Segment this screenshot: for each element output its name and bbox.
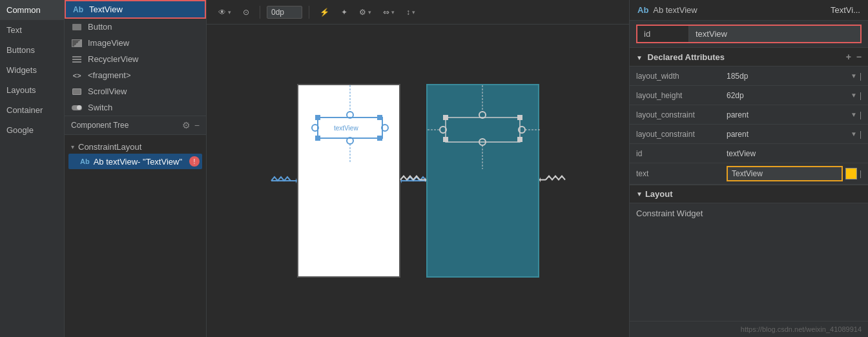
constraint-widget-label: Constraint Widget xyxy=(636,209,703,218)
attr-value-layout-width: 185dp xyxy=(727,72,848,81)
section-header-icons: + − xyxy=(846,52,862,62)
toolbar-separator-2 xyxy=(309,6,309,19)
tree-item-textview[interactable]: Ab Ab textView- "TextView" ! xyxy=(68,154,202,169)
error-badge: ! xyxy=(189,156,200,167)
gear-icon[interactable]: ⚙ xyxy=(182,120,191,130)
attr-name-layout-constraint-1: layout_constraint xyxy=(636,110,727,119)
close-icon[interactable]: − xyxy=(856,52,862,62)
eye-icon: 👁 xyxy=(218,8,226,17)
attr-row-layout-height[interactable]: layout_height 62dp ▼ | xyxy=(630,86,868,105)
chevron-down-icon-4: ▾ xyxy=(412,9,415,15)
imageview-label: ImageView xyxy=(88,38,129,48)
svg-rect-9 xyxy=(377,136,382,141)
svg-rect-23 xyxy=(443,137,448,142)
magnet-button[interactable]: ⊙ xyxy=(239,6,253,19)
minimize-icon[interactable]: − xyxy=(194,120,200,130)
more-icon-3[interactable]: | xyxy=(860,130,862,139)
component-item-fragment[interactable]: <> <fragment> xyxy=(65,67,206,83)
component-item-imageview[interactable]: ImageView xyxy=(65,35,206,51)
tree-arrow-icon: ▾ xyxy=(71,143,74,150)
phone-frame-dark xyxy=(426,84,539,278)
imageview-icon xyxy=(71,39,83,48)
constraint-arrow-left xyxy=(271,174,297,187)
svg-text:textView: textView xyxy=(334,125,358,132)
dropdown-icon-0[interactable]: ▼ xyxy=(851,72,857,79)
tree-item-label: ConstraintLayout xyxy=(78,142,141,152)
dropdown-icon-3[interactable]: ▼ xyxy=(851,130,857,138)
button-icon xyxy=(71,23,83,32)
attr-value-text[interactable]: TextView xyxy=(727,166,843,181)
component-item-recyclerview[interactable]: RecyclerView xyxy=(65,51,206,67)
layout-content: Constraint Widget xyxy=(630,203,868,223)
more-icon-text[interactable]: | xyxy=(860,169,862,178)
more-icon-2[interactable]: | xyxy=(860,110,862,119)
component-tree-header: Component Tree ⚙ − xyxy=(65,116,206,135)
color-swatch-icon[interactable] xyxy=(845,168,857,179)
sidebar-item-container[interactable]: Container xyxy=(0,100,64,120)
dropdown-icon-1[interactable]: ▼ xyxy=(851,92,857,99)
scrollview-icon xyxy=(71,87,83,96)
align-button[interactable]: ⇔ ▾ xyxy=(379,6,398,19)
component-item-scrollview[interactable]: ScrollView xyxy=(65,83,206,99)
svg-rect-21 xyxy=(443,115,448,120)
svg-rect-24 xyxy=(517,137,522,142)
phone-frame-white: textView xyxy=(297,84,400,278)
sidebar-item-layouts[interactable]: Layouts xyxy=(0,80,64,100)
switch-icon xyxy=(71,103,83,112)
component-tree: Component Tree ⚙ − ▾ ConstraintLayout Ab… xyxy=(65,116,206,337)
constraints-button[interactable]: ⚙ ▾ xyxy=(355,6,375,19)
tools-button[interactable]: ✦ xyxy=(337,6,351,19)
textview-label: TextView xyxy=(89,5,123,14)
canvas-area: textView xyxy=(207,25,629,337)
margin-input[interactable] xyxy=(267,6,302,19)
svg-rect-7 xyxy=(377,115,382,120)
animate-button[interactable]: ⚡ xyxy=(316,6,333,19)
component-item-textview[interactable]: Ab TextView xyxy=(65,0,206,19)
right-panel-tab[interactable]: TextVi... xyxy=(831,5,860,15)
id-field-value[interactable]: textView xyxy=(689,26,860,42)
attr-row-id[interactable]: id textView xyxy=(630,144,868,163)
attr-row-layout-width[interactable]: layout_width 185dp ▼ | xyxy=(630,66,868,86)
recyclerview-icon xyxy=(71,55,83,64)
attr-value-layout-constraint-1: parent xyxy=(727,110,848,119)
more-icon-1[interactable]: | xyxy=(860,91,862,100)
sidebar-item-common[interactable]: Common xyxy=(0,0,64,20)
sidebar-item-text[interactable]: Text xyxy=(0,20,64,40)
attr-name-layout-width: layout_width xyxy=(636,72,727,81)
right-panel-header: Ab Ab textView TextVi... xyxy=(630,0,868,21)
tree-item-constraintlayout[interactable]: ▾ ConstraintLayout xyxy=(68,140,202,154)
visibility-button[interactable]: 👁 ▾ xyxy=(214,6,235,19)
layout-section-title: Layout xyxy=(645,189,673,199)
attr-name-text: text xyxy=(636,169,727,178)
attr-row-layout-constraint-1[interactable]: layout_constraint parent ▼ | xyxy=(630,105,868,125)
triangle-icon: ▼ xyxy=(636,54,643,61)
textview-icon: Ab xyxy=(72,5,84,14)
phone-frame-white-container: textView xyxy=(297,84,400,278)
component-panel: Ab TextView Button ImageView RecyclerVie… xyxy=(65,0,207,337)
button-label: Button xyxy=(88,22,112,32)
recyclerview-label: RecyclerView xyxy=(88,54,139,64)
component-item-button[interactable]: Button xyxy=(65,19,206,35)
toolbar-separator-1 xyxy=(260,6,260,19)
svg-marker-19 xyxy=(539,178,541,183)
dropdown-icon-2[interactable]: ▼ xyxy=(851,111,857,118)
sidebar-item-google[interactable]: Google xyxy=(0,120,64,140)
footer-url: https://blog.csdn.net/weixin_41089914 xyxy=(630,321,868,337)
add-icon[interactable]: + xyxy=(846,52,851,62)
attr-row-layout-constraint-2[interactable]: layout_constraint parent ▼ | xyxy=(630,125,868,144)
more-icon-0[interactable]: | xyxy=(860,72,862,81)
constraint-diagram-white: textView xyxy=(298,85,399,276)
sidebar-item-buttons[interactable]: Buttons xyxy=(0,40,64,60)
sidebar-item-widgets[interactable]: Widgets xyxy=(0,60,64,80)
switch-label: Switch xyxy=(88,103,112,112)
chevron-down-icon-3: ▾ xyxy=(391,9,395,15)
main-area: 👁 ▾ ⊙ ⚡ ✦ ⚙ ▾ ⇔ ▾ ↕ ▾ xyxy=(207,0,629,337)
component-tree-content: ▾ ConstraintLayout Ab Ab textView- "Text… xyxy=(65,135,206,174)
component-item-switch[interactable]: Switch xyxy=(65,99,206,116)
declared-attributes-title: ▼ Declared Attributes xyxy=(636,52,725,62)
left-sidebar: Common Text Buttons Widgets Layouts Cont… xyxy=(0,0,65,337)
attr-row-text[interactable]: text TextView | xyxy=(630,163,868,185)
attr-value-layout-height: 62dp xyxy=(727,91,848,100)
guidelines-button[interactable]: ↕ ▾ xyxy=(402,6,419,19)
url-text: https://blog.csdn.net/weixin_41089914 xyxy=(741,325,862,333)
